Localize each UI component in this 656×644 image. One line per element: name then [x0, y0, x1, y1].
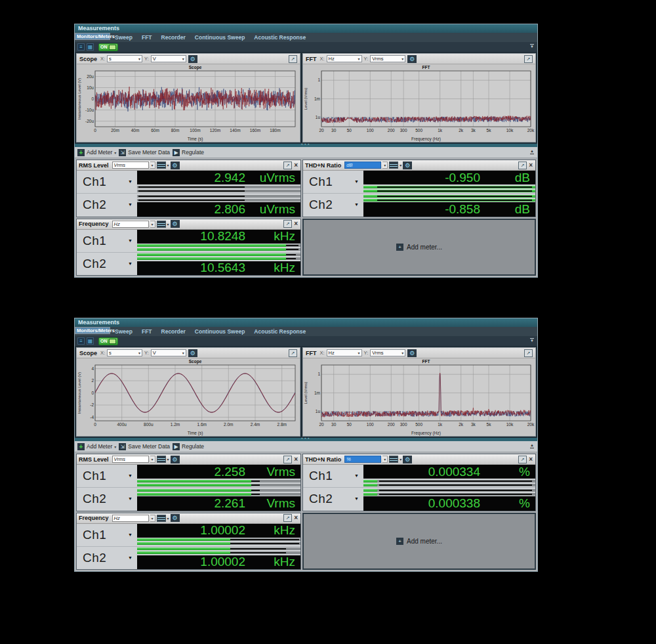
fft-y-unit-select[interactable]: Vrms▾ — [370, 55, 405, 62]
gear-icon[interactable]: ⚙ — [407, 55, 417, 63]
save-meter-data-button[interactable]: ⇲Save Meter Data — [119, 443, 170, 450]
expand-panel-icon[interactable]: ▲ — [530, 150, 534, 154]
channel-label[interactable]: Ch1▼ — [303, 171, 363, 193]
meter-style-icon[interactable] — [157, 221, 166, 228]
tab-acoustic-response[interactable]: Acoustic Response — [249, 327, 310, 336]
analyzer-icon[interactable]: ▦ — [87, 337, 94, 345]
popout-icon[interactable]: ↗ — [283, 220, 292, 228]
collapse-panel-icon[interactable]: ▼ — [530, 338, 534, 343]
popout-icon[interactable]: ↗ — [524, 349, 533, 357]
close-icon[interactable]: × — [293, 162, 298, 169]
tab-sweep[interactable]: Sweep — [110, 327, 137, 336]
fft-x-unit-select[interactable]: Hz▾ — [327, 349, 362, 356]
unit-select[interactable]: Hz — [112, 515, 149, 522]
gear-icon[interactable]: ⚙ — [171, 161, 180, 169]
gear-icon[interactable]: ⚙ — [171, 456, 180, 463]
gear-icon[interactable]: ⚙ — [171, 220, 180, 228]
gear-icon[interactable]: ⚙ — [403, 161, 412, 169]
chevron-down-icon[interactable]: ▾ — [167, 163, 169, 167]
close-icon[interactable]: × — [528, 456, 533, 463]
unit-select[interactable]: Vrms — [112, 456, 149, 463]
chevron-down-icon[interactable]: ▾ — [150, 221, 155, 228]
channel-label[interactable]: Ch1▼ — [77, 171, 137, 193]
close-icon[interactable]: × — [293, 456, 298, 463]
scope-y-unit-select[interactable]: V▾ — [151, 55, 186, 62]
popout-icon[interactable]: ↗ — [518, 456, 527, 463]
add-meter-dropzone[interactable]: + Add meter... — [302, 219, 536, 276]
gear-icon[interactable]: ⚙ — [171, 514, 180, 522]
popout-icon[interactable]: ↗ — [289, 349, 297, 357]
meter-style-icon[interactable] — [157, 515, 166, 522]
chevron-down-icon[interactable]: ▾ — [400, 457, 401, 462]
chevron-down-icon[interactable]: ▾ — [150, 456, 155, 463]
popout-icon[interactable]: ↗ — [518, 161, 527, 169]
add-meter-button[interactable]: +Add Meter▾ — [77, 443, 116, 450]
channel-label[interactable]: Ch2▼ — [303, 488, 363, 510]
unit-select[interactable]: % — [344, 456, 381, 463]
generator-on-toggle[interactable]: ON — [98, 337, 118, 345]
channel-label[interactable]: Ch1▼ — [77, 230, 137, 252]
gear-icon[interactable]: ⚙ — [188, 349, 197, 357]
chevron-down-icon[interactable]: ▾ — [167, 457, 169, 462]
channel-label[interactable]: Ch1▼ — [303, 465, 363, 487]
chevron-down-icon[interactable]: ▾ — [382, 456, 388, 463]
popout-icon[interactable]: ↗ — [524, 55, 533, 63]
gear-icon[interactable]: ⚙ — [188, 55, 197, 63]
channel-label[interactable]: Ch1▼ — [77, 465, 137, 487]
regulate-button[interactable]: ▶Regulate — [173, 149, 204, 156]
tab-monitors-meters[interactable]: Monitors/Meters — [75, 327, 110, 334]
generator-icon[interactable]: ≡ — [77, 337, 85, 345]
channel-label[interactable]: Ch2▼ — [303, 194, 363, 216]
meter-style-icon[interactable] — [389, 161, 398, 169]
gear-icon[interactable]: ⚙ — [403, 456, 412, 463]
regulate-button[interactable]: ▶Regulate — [173, 443, 204, 450]
tab-acoustic-response[interactable]: Acoustic Response — [249, 33, 310, 42]
chevron-down-icon[interactable]: ▾ — [167, 222, 169, 226]
chevron-down-icon[interactable]: ▾ — [150, 515, 155, 522]
tab-monitors-meters[interactable]: Monitors/Meters — [75, 33, 110, 40]
analyzer-icon[interactable]: ▦ — [87, 43, 94, 51]
close-icon[interactable]: × — [293, 515, 298, 521]
scope-x-unit-select[interactable]: s▾ — [107, 349, 142, 356]
tab-recorder[interactable]: Recorder — [157, 33, 190, 42]
meter-style-icon[interactable] — [157, 161, 166, 169]
tab-fft[interactable]: FFT — [137, 327, 157, 336]
generator-icon[interactable]: ≡ — [77, 43, 85, 51]
channel-label[interactable]: Ch2▼ — [77, 194, 137, 216]
tab-continuous-sweep[interactable]: Continuous Sweep — [190, 327, 250, 336]
chevron-down-icon[interactable]: ▾ — [167, 516, 169, 521]
popout-icon[interactable]: ↗ — [289, 55, 297, 63]
collapse-panel-icon[interactable]: ▼ — [530, 44, 534, 49]
channel-label[interactable]: Ch2▼ — [77, 253, 137, 275]
meter-style-icon[interactable] — [389, 456, 398, 463]
popout-icon[interactable]: ↗ — [283, 161, 292, 169]
gear-icon[interactable]: ⚙ — [407, 349, 417, 357]
close-icon[interactable]: × — [528, 162, 533, 169]
unit-select[interactable]: Vrms — [112, 161, 149, 169]
fft-y-unit-select[interactable]: Vrms▾ — [370, 349, 405, 356]
scope-x-unit-select[interactable]: s▾ — [107, 55, 142, 62]
scope-y-unit-select[interactable]: V▾ — [151, 349, 186, 356]
unit-select[interactable]: dB — [344, 161, 381, 169]
tab-fft[interactable]: FFT — [137, 33, 157, 42]
add-meter-button[interactable]: +Add Meter▾ — [77, 149, 116, 156]
chevron-down-icon[interactable]: ▾ — [150, 161, 155, 169]
expand-panel-icon[interactable]: ▲ — [530, 444, 534, 448]
add-meter-dropzone[interactable]: + Add meter... — [302, 513, 536, 570]
channel-label[interactable]: Ch2▼ — [77, 547, 137, 569]
chevron-down-icon[interactable]: ▾ — [400, 163, 401, 167]
tab-sweep[interactable]: Sweep — [110, 33, 137, 42]
tab-recorder[interactable]: Recorder — [157, 327, 190, 336]
generator-on-toggle[interactable]: ON — [98, 43, 118, 51]
tab-continuous-sweep[interactable]: Continuous Sweep — [190, 33, 250, 42]
fft-x-unit-select[interactable]: Hz▾ — [327, 55, 362, 62]
channel-label[interactable]: Ch2▼ — [77, 488, 137, 510]
unit-select[interactable]: Hz — [112, 221, 149, 228]
channel-label[interactable]: Ch1▼ — [77, 524, 137, 546]
meter-style-icon[interactable] — [157, 456, 166, 463]
popout-icon[interactable]: ↗ — [283, 514, 292, 522]
popout-icon[interactable]: ↗ — [283, 456, 292, 463]
close-icon[interactable]: × — [293, 221, 298, 227]
chevron-down-icon[interactable]: ▾ — [382, 161, 388, 169]
save-meter-data-button[interactable]: ⇲Save Meter Data — [119, 149, 170, 156]
